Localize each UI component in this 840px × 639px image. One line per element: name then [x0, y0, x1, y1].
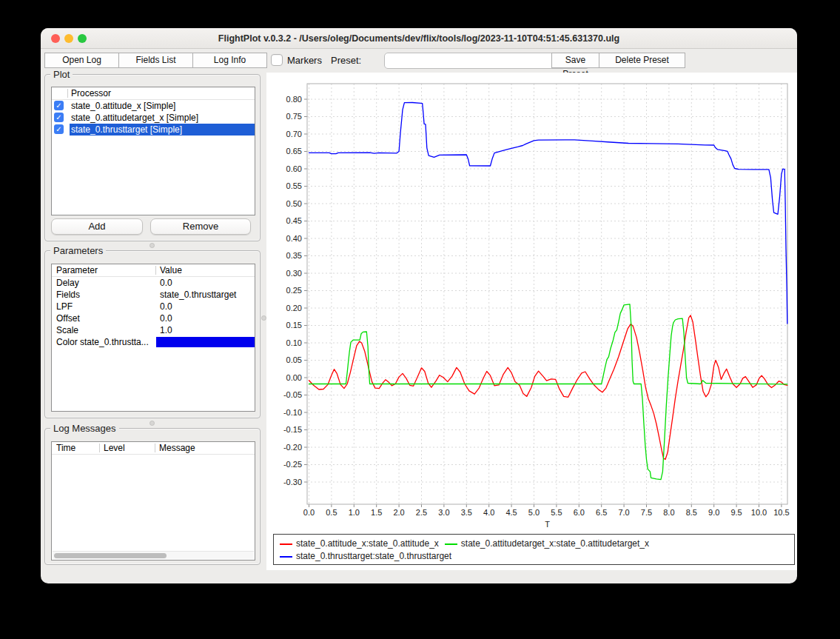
flightplot-window: FlightPlot v.0.3.2 - /Users/oleg/Documen…	[41, 28, 797, 583]
plot-series-table: Processor ✓ state_0.attitude_x [Simple] …	[51, 87, 255, 215]
parameter-row[interactable]: Fields state_0.thrusttarget	[52, 289, 255, 301]
svg-text:7.5: 7.5	[641, 508, 652, 517]
preset-label: Preset:	[331, 55, 361, 66]
table-row[interactable]: ✓ state_0.attitudetarget_x [Simple]	[52, 112, 255, 124]
svg-text:8.0: 8.0	[663, 508, 674, 517]
svg-text:10.0: 10.0	[751, 508, 767, 517]
zoom-button[interactable]	[78, 34, 87, 43]
svg-text:0.20: 0.20	[286, 304, 302, 312]
row-checkbox[interactable]: ✓	[54, 124, 64, 134]
svg-text:0.70: 0.70	[286, 130, 302, 138]
svg-text:0.5: 0.5	[326, 508, 337, 517]
svg-text:2.5: 2.5	[416, 508, 427, 517]
legend-label: state_0.attitude_x:state_0.attitude_x	[296, 538, 439, 550]
svg-text:1.5: 1.5	[371, 508, 382, 517]
svg-text:0.45: 0.45	[286, 216, 302, 225]
svg-text:0.00: 0.00	[286, 373, 302, 382]
plot-table-header: Processor	[52, 87, 255, 100]
splitter-handle[interactable]	[261, 315, 266, 321]
svg-text:T: T	[545, 520, 550, 529]
color-swatch[interactable]	[156, 337, 255, 347]
plot-panel-title: Plot	[50, 69, 73, 80]
open-log-button[interactable]: Open Log	[44, 53, 119, 68]
time-column-header: Time	[56, 442, 75, 455]
svg-text:0.55: 0.55	[286, 181, 302, 190]
svg-text:8.5: 8.5	[686, 508, 697, 517]
parameters-table: Parameter Value Delay 0.0 Fields state_0…	[51, 264, 255, 412]
svg-text:9.5: 9.5	[730, 508, 742, 517]
svg-text:-0.10: -0.10	[283, 408, 302, 417]
log-info-button[interactable]: Log Info	[192, 53, 267, 68]
svg-text:3.0: 3.0	[438, 508, 449, 517]
delete-preset-button[interactable]: Delete Preset	[599, 53, 685, 68]
svg-text:3.5: 3.5	[461, 508, 472, 517]
svg-text:0.60: 0.60	[286, 164, 302, 173]
parameter-row[interactable]: Offset 0.0	[52, 312, 255, 324]
minimize-button[interactable]	[64, 34, 73, 43]
svg-text:0.40: 0.40	[286, 234, 302, 243]
svg-text:0.05: 0.05	[286, 355, 302, 364]
svg-text:2.0: 2.0	[393, 508, 404, 517]
svg-text:7.0: 7.0	[618, 508, 629, 517]
splitter-handle[interactable]	[149, 243, 155, 248]
table-row[interactable]: ✓ state_0.attitude_x [Simple]	[52, 100, 255, 112]
svg-text:0.65: 0.65	[286, 147, 302, 155]
legend-line-sample	[280, 556, 292, 558]
svg-text:-0.15: -0.15	[283, 425, 302, 434]
svg-text:5.0: 5.0	[528, 508, 540, 517]
message-column-header: Message	[159, 442, 195, 455]
horizontal-scrollbar[interactable]	[53, 551, 254, 559]
row-checkbox[interactable]: ✓	[54, 113, 64, 122]
close-button[interactable]	[51, 34, 60, 43]
svg-text:-0.25: -0.25	[283, 460, 302, 469]
svg-text:6.0: 6.0	[574, 508, 585, 517]
svg-text:0.50: 0.50	[286, 199, 302, 208]
svg-text:6.5: 6.5	[596, 508, 607, 517]
svg-text:0.25: 0.25	[286, 286, 302, 295]
svg-text:0.35: 0.35	[286, 251, 302, 260]
markers-label: Markers	[287, 55, 322, 66]
window-title: FlightPlot v.0.3.2 - /Users/oleg/Documen…	[100, 28, 738, 49]
save-preset-button[interactable]: Save Preset	[551, 53, 599, 68]
svg-text:0.75: 0.75	[286, 112, 302, 121]
svg-text:-0.20: -0.20	[283, 443, 302, 452]
svg-text:0.30: 0.30	[286, 269, 302, 278]
svg-text:-0.30: -0.30	[283, 478, 302, 486]
svg-text:4.0: 4.0	[483, 508, 494, 517]
parameter-row[interactable]: Scale 1.0	[52, 324, 255, 336]
svg-text:0.80: 0.80	[286, 95, 302, 104]
fields-list-button[interactable]: Fields List	[118, 53, 193, 68]
legend-line-sample	[445, 543, 457, 545]
parameter-column-header: Parameter	[56, 264, 98, 277]
svg-text:0.15: 0.15	[286, 321, 302, 329]
add-button[interactable]: Add	[51, 218, 143, 235]
svg-text:10.5: 10.5	[773, 508, 789, 517]
row-checkbox[interactable]: ✓	[54, 101, 64, 110]
legend-line-sample	[280, 543, 292, 545]
log-messages-table: Time Level Message	[51, 441, 255, 561]
scrollbar-thumb[interactable]	[54, 553, 167, 558]
parameter-row[interactable]: Delay 0.0	[52, 277, 255, 289]
splitter-handle[interactable]	[149, 421, 155, 426]
parameters-table-header: Parameter Value	[52, 264, 255, 277]
svg-text:0.0: 0.0	[303, 508, 315, 517]
chart-panel: 0.800.750.700.650.600.550.500.450.400.35…	[266, 73, 797, 570]
flight-chart[interactable]: 0.800.750.700.650.600.550.500.450.400.35…	[266, 73, 797, 532]
svg-text:0.10: 0.10	[286, 338, 302, 347]
log-messages-panel-title: Log Messages	[50, 423, 119, 434]
remove-button[interactable]: Remove	[150, 218, 251, 235]
log-messages-panel: Log Messages Time Level Message	[44, 428, 261, 565]
table-row-selected[interactable]: ✓ state_0.thrusttarget [Simple]	[52, 124, 255, 136]
plot-panel: Plot Processor ✓ state_0.attitude_x [Sim…	[44, 74, 261, 241]
value-column-header: Value	[160, 264, 182, 277]
legend-label: state_0.attitudetarget_x:state_0.attitud…	[461, 538, 649, 550]
svg-text:5.5: 5.5	[551, 508, 562, 517]
chart-legend: state_0.attitude_x:state_0.attitude_x st…	[273, 534, 795, 565]
parameter-row-color[interactable]: Color state_0.thrustta...	[52, 336, 255, 348]
parameters-panel: Parameters Parameter Value Delay 0.0 Fie…	[44, 250, 261, 418]
markers-checkbox[interactable]	[271, 54, 283, 66]
level-column-header: Level	[104, 442, 125, 455]
title-bar: FlightPlot v.0.3.2 - /Users/oleg/Documen…	[41, 28, 797, 49]
svg-text:9.0: 9.0	[708, 508, 719, 517]
parameter-row[interactable]: LPF 0.0	[52, 301, 255, 312]
